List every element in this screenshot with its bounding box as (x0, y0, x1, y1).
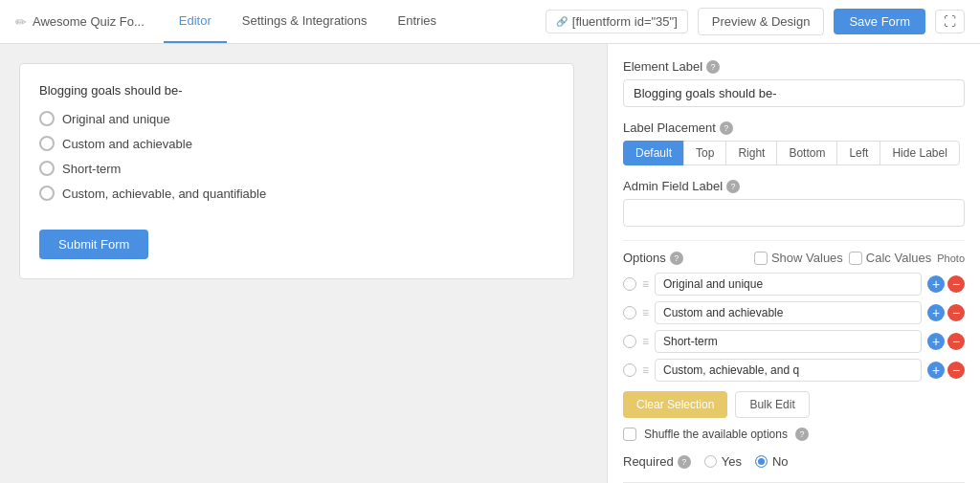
bulk-edit-button[interactable]: Bulk Edit (735, 391, 809, 418)
option-input-1[interactable] (655, 273, 922, 296)
expand-icon: ⛶ (944, 14, 956, 29)
main-content: Blogging goals should be- Original and u… (0, 44, 980, 483)
placement-row: Default Top Right Bottom Left Hide Label (623, 141, 965, 165)
placement-bottom[interactable]: Bottom (776, 141, 836, 165)
show-values-toggle[interactable]: Show Values (754, 251, 843, 265)
preview-button[interactable]: Preview & Design (698, 8, 825, 35)
tab-entries[interactable]: Entries (383, 0, 452, 43)
radio-option-2: Custom and achievable (39, 136, 554, 151)
element-label-info-icon[interactable]: ? (706, 60, 720, 74)
option-add-btn-2[interactable]: + (927, 304, 945, 321)
admin-field-label-input[interactable] (623, 199, 965, 227)
shuffle-info-icon[interactable]: ? (795, 428, 809, 441)
placement-default[interactable]: Default (623, 141, 683, 165)
drag-handle-3[interactable]: ≡ (642, 335, 649, 348)
option-label-4: Custom, achievable, and quantifiable (62, 187, 266, 201)
bulk-row: Clear Selection Bulk Edit (623, 391, 965, 418)
nav-tabs: Editor Settings & Integrations Entries (164, 0, 452, 43)
option-input-2[interactable] (655, 301, 922, 324)
element-label-input[interactable] (623, 79, 965, 107)
drag-handle-1[interactable]: ≡ (642, 277, 649, 291)
option-remove-btn-1[interactable]: − (947, 275, 965, 293)
option-input-3[interactable] (655, 330, 922, 353)
required-section: Required ? Yes No (623, 454, 965, 469)
drag-handle-2[interactable]: ≡ (642, 306, 649, 319)
form-preview: Blogging goals should be- Original and u… (0, 44, 607, 483)
save-button[interactable]: Save Form (834, 9, 925, 34)
placement-top[interactable]: Top (683, 141, 725, 165)
label-placement-section: Label Placement ? Default Top Right Bott… (623, 121, 965, 165)
admin-field-label-title: Admin Field Label ? (623, 179, 965, 193)
tab-editor[interactable]: Editor (164, 0, 227, 43)
admin-field-label-section: Admin Field Label ? (623, 179, 965, 227)
options-col-labels: Show Values Calc Values Photo (754, 251, 965, 265)
option-row-2: ≡ + − (623, 301, 965, 324)
element-label-section: Element Label ? (623, 59, 965, 107)
admin-field-label-info-icon[interactable]: ? (726, 180, 740, 193)
shuffle-row: Shuffle the available options ? (623, 428, 965, 441)
clear-selection-button[interactable]: Clear Selection (623, 391, 727, 418)
required-title: Required ? (623, 454, 691, 469)
placement-hide-label[interactable]: Hide Label (880, 141, 959, 165)
submit-form-button[interactable]: Submit Form (39, 230, 148, 259)
required-yes-radio (704, 455, 717, 468)
placement-left[interactable]: Left (836, 141, 880, 165)
option-radio-4 (623, 363, 636, 377)
required-yes[interactable]: Yes (704, 454, 742, 469)
required-yes-label: Yes (722, 454, 742, 469)
nav-brand: ✏ Awesome Quiz Fo... (15, 14, 145, 30)
option-label-1: Original and unique (62, 112, 170, 126)
label-placement-info-icon[interactable]: ? (720, 121, 733, 135)
option-radio-1 (623, 277, 636, 291)
option-remove-btn-4[interactable]: − (947, 362, 965, 379)
show-values-checkbox[interactable] (754, 252, 768, 265)
required-no[interactable]: No (755, 454, 789, 469)
option-add-remove-3: + − (927, 333, 965, 350)
top-nav: ✏ Awesome Quiz Fo... Editor Settings & I… (0, 0, 980, 44)
placement-right[interactable]: Right (725, 141, 776, 165)
option-remove-btn-2[interactable]: − (947, 304, 965, 321)
shuffle-checkbox[interactable] (623, 428, 636, 441)
shortcode-icon: 🔗 (556, 16, 568, 27)
radio-option-4: Custom, achievable, and quantifiable (39, 186, 554, 201)
option-add-btn-3[interactable]: + (927, 333, 945, 350)
option-remove-btn-3[interactable]: − (947, 333, 965, 350)
calc-values-label: Calc Values (866, 251, 931, 265)
radio-option-3: Short-term (39, 161, 554, 176)
edit-icon: ✏ (15, 14, 27, 30)
option-row-1: ≡ + − (623, 273, 965, 296)
radio-circle-3 (39, 161, 55, 176)
option-input-4[interactable] (655, 359, 922, 382)
tab-settings[interactable]: Settings & Integrations (227, 0, 383, 43)
option-add-remove-1: + − (927, 275, 965, 293)
divider-1 (623, 240, 965, 241)
option-add-btn-4[interactable]: + (927, 362, 945, 379)
right-panel: Element Label ? Label Placement ? Defaul… (607, 44, 980, 483)
radio-circle-1 (39, 111, 55, 126)
photo-label: Photo (937, 252, 965, 264)
option-add-btn-1[interactable]: + (927, 275, 945, 293)
option-add-remove-4: + − (927, 362, 965, 379)
option-label-2: Custom and achievable (62, 137, 192, 151)
shuffle-label: Shuffle the available options (644, 428, 788, 441)
expand-button[interactable]: ⛶ (935, 10, 965, 33)
options-info-icon[interactable]: ? (670, 252, 683, 265)
show-values-label: Show Values (771, 251, 843, 265)
required-no-label: No (772, 454, 789, 469)
option-radio-3 (623, 335, 636, 348)
drag-handle-4[interactable]: ≡ (642, 363, 649, 377)
options-section: Options ? Show Values Calc Values Photo (623, 251, 965, 441)
required-row: Required ? Yes No (623, 454, 965, 469)
shortcode-text: [fluentform id="35"] (572, 14, 678, 29)
required-info-icon[interactable]: ? (678, 455, 691, 469)
option-add-remove-2: + − (927, 304, 965, 321)
option-row-3: ≡ + − (623, 330, 965, 353)
form-card: Blogging goals should be- Original and u… (19, 63, 574, 279)
calc-values-toggle[interactable]: Calc Values (849, 251, 931, 265)
shortcode-box: 🔗 [fluentform id="35"] (546, 10, 688, 33)
options-title: Options ? (623, 251, 754, 265)
form-question: Blogging goals should be- (39, 83, 554, 98)
option-row-4: ≡ + − (623, 359, 965, 382)
required-no-radio (755, 455, 768, 468)
calc-values-checkbox[interactable] (849, 252, 862, 265)
